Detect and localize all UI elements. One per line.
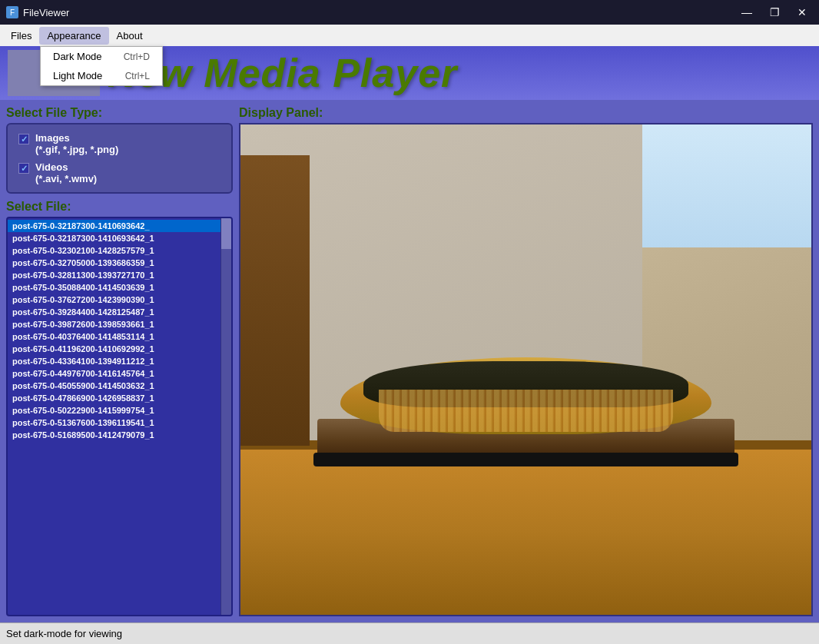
file-list-box[interactable]: post-675-0-32187300-1410693642_post-675-… — [6, 217, 233, 616]
file-type-box: ✓ Images (*.gif, *.jpg, *.png) ✓ Videos … — [6, 123, 233, 194]
left-panel: Select File Type: ✓ Images (*.gif, *.jpg… — [6, 106, 233, 616]
select-file-section: Select File: post-675-0-32187300-1410693… — [6, 200, 233, 616]
image-display — [239, 123, 813, 616]
menu-appearance[interactable]: Appearance — [39, 27, 108, 45]
file-list[interactable]: post-675-0-32187300-1410693642_post-675-… — [8, 218, 231, 615]
model-base — [313, 453, 738, 466]
list-item[interactable]: post-675-0-39284400-1428125487_1 — [8, 306, 220, 318]
list-item[interactable]: post-675-0-32187300-1410693642_ — [8, 220, 220, 232]
images-ext: (*.gif, *.jpg, *.png) — [35, 144, 118, 155]
right-panel: Display Panel: — [239, 106, 813, 616]
list-item[interactable]: post-675-0-50222900-1415999754_1 — [8, 404, 220, 417]
dark-mode-item[interactable]: Dark Mode Ctrl+D — [41, 47, 162, 66]
menu-files[interactable]: Files — [3, 27, 39, 45]
list-item[interactable]: post-675-0-44976700-1416145764_1 — [8, 367, 220, 380]
light-mode-shortcut: Ctrl+L — [125, 71, 150, 81]
images-label: Images — [35, 132, 118, 144]
title-bar: F FileViewer — ❐ ✕ — [0, 0, 819, 25]
appearance-dropdown: Dark Mode Ctrl+D Light Mode Ctrl+L — [40, 46, 163, 86]
list-item[interactable]: post-675-0-32302100-1428257579_1 — [8, 244, 220, 257]
window-title: FileViewer — [23, 7, 69, 18]
list-item[interactable]: post-675-0-41196200-1410692992_1 — [8, 343, 220, 355]
list-item[interactable]: post-675-0-37627200-1423990390_1 — [8, 294, 220, 306]
menu-about[interactable]: About — [109, 27, 151, 45]
images-checkbox[interactable]: ✓ — [18, 134, 29, 144]
boat-image — [240, 124, 811, 615]
list-item[interactable]: post-675-0-45055900-1414503632_1 — [8, 380, 220, 392]
videos-label-group: Videos (*.avi, *.wmv) — [35, 161, 97, 184]
images-checkbox-item[interactable]: ✓ Images (*.gif, *.jpg, *.png) — [18, 132, 220, 155]
select-file-type-label: Select File Type: — [6, 106, 233, 120]
dark-mode-label: Dark Mode — [53, 51, 102, 62]
select-file-label: Select File: — [6, 200, 233, 214]
list-item[interactable]: post-675-0-51689500-1412479079_1 — [8, 429, 220, 441]
videos-ext: (*.avi, *.wmv) — [35, 173, 97, 184]
app-icon: F — [6, 6, 18, 18]
scrollbar-thumb[interactable] — [221, 218, 231, 249]
main-content: Select File Type: ✓ Images (*.gif, *.jpg… — [0, 100, 819, 622]
list-item[interactable]: post-675-0-32705000-1393686359_1 — [8, 257, 220, 269]
list-item[interactable]: post-675-0-43364100-1394911212_1 — [8, 355, 220, 367]
maximize-button[interactable]: ❐ — [764, 5, 785, 20]
dark-mode-shortcut: Ctrl+D — [124, 51, 150, 62]
table-surface — [240, 446, 811, 615]
list-item[interactable]: post-675-0-32187300-1410693642_1 — [8, 232, 220, 244]
boat-ribs — [379, 390, 673, 432]
videos-label: Videos — [35, 161, 97, 173]
minimize-button[interactable]: — — [736, 5, 758, 20]
file-list-scrollbar[interactable] — [220, 218, 231, 615]
list-item[interactable]: post-675-0-35088400-1414503639_1 — [8, 281, 220, 294]
list-item[interactable]: post-675-0-51367600-1396119541_1 — [8, 417, 220, 429]
videos-checkbox[interactable]: ✓ — [18, 163, 29, 174]
list-item[interactable]: post-675-0-39872600-1398593661_1 — [8, 318, 220, 330]
list-item[interactable]: post-675-0-40376400-1414853114_1 — [8, 330, 220, 343]
status-bar: Set dark-mode for viewing — [0, 622, 819, 644]
light-mode-label: Light Mode — [53, 70, 102, 81]
close-button[interactable]: ✕ — [791, 5, 813, 20]
title-bar-left: F FileViewer — [6, 6, 69, 18]
images-label-group: Images (*.gif, *.jpg, *.png) — [35, 132, 118, 155]
cabinet — [240, 155, 310, 446]
status-text: Set dark-mode for viewing — [6, 628, 122, 639]
window-controls: — ❐ ✕ — [736, 5, 813, 20]
list-item[interactable]: post-675-0-47866900-1426958837_1 — [8, 392, 220, 404]
display-panel-label: Display Panel: — [239, 106, 813, 120]
videos-checkbox-item[interactable]: ✓ Videos (*.avi, *.wmv) — [18, 161, 220, 184]
menu-bar: Files Appearance About Dark Mode Ctrl+D … — [0, 25, 819, 46]
list-item[interactable]: post-675-0-32811300-1393727170_1 — [8, 269, 220, 281]
window-light — [642, 124, 811, 247]
select-file-type-section: Select File Type: ✓ Images (*.gif, *.jpg… — [6, 106, 233, 194]
light-mode-item[interactable]: Light Mode Ctrl+L — [41, 66, 162, 85]
